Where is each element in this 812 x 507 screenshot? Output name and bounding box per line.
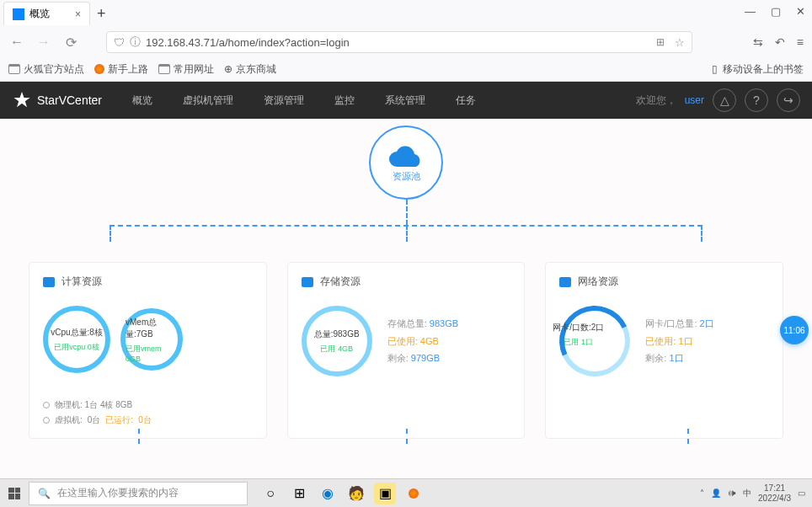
nav-menu: 概览 虚拟机管理 资源管理 监控 系统管理 任务 [132,93,476,108]
folder-icon [158,64,170,74]
resource-pool-node[interactable]: 资源池 [369,125,443,200]
network-stats: 网卡/口总量: 2口 已使用: 1口 剩余: 1口 [645,315,713,368]
card-title: 存储资源 [320,275,361,289]
network-donut: 网卡/口数:2口 已用 1口 [550,296,641,387]
tab-favicon [13,8,24,20]
network-icon [559,277,571,287]
storage-icon [302,277,313,287]
alert-icon[interactable]: △ [713,88,736,112]
nav-task[interactable]: 任务 [456,93,476,108]
new-tab-button[interactable]: + [97,5,106,23]
connector [701,225,702,242]
bookmark-item[interactable]: ⊕京东商城 [224,62,276,77]
header-right: 欢迎您， user △ ? ↪ [636,88,800,112]
bookmarks-bar: 火狐官方站点 新手上路 常用网址 ⊕京东商城 ▯移动设备上的书签 [0,57,812,81]
url-actions: ⊞ ☆ [656,36,685,49]
url-field[interactable]: 🛡 ⓘ ⊞ ☆ [106,31,692,53]
minimize-icon[interactable]: — [745,5,756,18]
ext-download-icon[interactable]: ⇆ [753,35,763,49]
bookmark-item[interactable]: 火狐官方站点 [8,62,84,77]
user-link[interactable]: user [685,94,704,106]
storage-donut: 总量:983GB 已用 4GB [302,306,372,376]
taskview-icon[interactable]: ⊞ [288,483,310,504]
taskbar-apps: ○ ⊞ ◉ 🧑 ▣ [259,483,425,504]
dot-icon [43,402,50,408]
bookmark-item[interactable]: 新手上路 [94,62,148,77]
help-icon[interactable]: ? [745,88,768,112]
browser-chrome: 概览 × + — ▢ ✕ ← → ⟳ 🛡 ⓘ ⊞ ☆ ⇆ ↶ ≡ 火狐官方站点 [0,0,812,82]
close-window-icon[interactable]: ✕ [796,5,805,18]
connector [406,200,408,225]
firefox-icon [94,64,104,74]
storage-card: 存储资源 总量:983GB 已用 4GB 存储总量: 983GB 已使用: 4G… [287,262,526,439]
connector [110,225,111,242]
start-button[interactable] [0,479,29,508]
app-logo[interactable]: StarVCenter [12,90,102,110]
connector [406,429,408,444]
brand-name: StarVCenter [37,93,102,107]
logout-icon[interactable]: ↪ [777,88,800,112]
nav-resource[interactable]: 资源管理 [264,93,304,108]
shield-icon: 🛡 [114,36,125,49]
tray-net-icon[interactable]: 🕪 [728,488,736,498]
bookmark-item[interactable]: 常用网址 [158,62,214,77]
cortana-icon[interactable]: ○ [259,483,281,504]
lock-icon: ⓘ [130,35,141,50]
system-tray: ˄ 👤 🕪 中 17:21 2022/4/3 ▭ [700,483,812,504]
bookmark-star-icon[interactable]: ☆ [675,36,685,49]
search-placeholder: 在这里输入你要搜索的内容 [57,486,179,500]
edge-icon[interactable]: ◉ [317,483,339,504]
forward-button[interactable]: → [35,35,52,50]
nav-overview[interactable]: 概览 [132,93,152,108]
vm-icon[interactable]: ▣ [374,483,396,504]
pool-label: 资源池 [393,170,420,183]
resource-cards: 计算资源 vCpu总量:8核 已用vcpu 0核 vMem总量:7GB 已用vm… [29,262,783,439]
nav-system[interactable]: 系统管理 [385,93,425,108]
storage-stats: 存储总量: 983GB 已使用: 4GB 剩余: 979GB [387,315,458,368]
tray-ime-icon[interactable]: 中 [743,488,751,499]
folder-icon [8,64,20,74]
cloud-icon [389,143,423,167]
bookmark-mobile[interactable]: ▯移动设备上的书签 [712,62,804,77]
app-icon[interactable]: 🧑 [345,483,367,504]
compute-icon [43,277,55,287]
mobile-icon: ▯ [712,63,718,75]
url-input[interactable] [146,36,656,49]
tray-people-icon[interactable]: 👤 [711,488,721,498]
notifications-icon[interactable]: ▭ [798,488,805,498]
time-badge[interactable]: 11:06 [780,316,809,344]
connector [138,429,140,444]
ext-history-icon[interactable]: ↶ [775,35,785,49]
memory-donut: vMem总量:7GB 已用vmem 0GB [120,308,183,371]
firefox-icon[interactable] [403,483,425,504]
browser-tab[interactable]: 概览 × [3,2,90,25]
card-title: 计算资源 [61,275,102,289]
nav-monitor[interactable]: 监控 [334,93,355,108]
reload-button[interactable]: ⟳ [62,35,79,51]
tab-close-icon[interactable]: × [75,8,81,20]
globe-icon: ⊕ [224,63,232,75]
connector [406,225,408,242]
cpu-donut: vCpu总量:8核 已用vcpu 0核 [43,306,110,373]
qr-icon[interactable]: ⊞ [656,36,665,49]
search-icon: 🔍 [38,488,51,499]
nav-vm[interactable]: 虚拟机管理 [183,93,233,108]
compute-card: 计算资源 vCpu总量:8核 已用vcpu 0核 vMem总量:7GB 已用vm… [29,262,267,439]
taskbar-search[interactable]: 🔍 在这里输入你要搜索的内容 [29,482,248,505]
welcome-text: 欢迎您， [636,93,676,108]
maximize-icon[interactable]: ▢ [771,5,781,18]
tab-bar: 概览 × + — ▢ ✕ [0,0,812,27]
menu-icon[interactable]: ≡ [797,35,804,49]
window-controls: — ▢ ✕ [745,5,805,18]
connector [687,429,689,444]
star-icon [12,90,32,110]
tray-up-icon[interactable]: ˄ [700,488,704,498]
tab-title: 概览 [29,7,50,21]
card-title: 网络资源 [578,275,618,289]
dot-icon [43,417,50,424]
toolbar-extensions: ⇆ ↶ ≡ [753,35,804,49]
back-button[interactable]: ← [8,35,25,50]
clock[interactable]: 17:21 2022/4/3 [758,483,791,504]
taskbar: 🔍 在这里输入你要搜索的内容 ○ ⊞ ◉ 🧑 ▣ ˄ 👤 🕪 中 17:21 2… [0,478,812,507]
dashboard-content: 资源池 计算资源 vCpu总量:8核 已用vcpu 0核 vMem总量:7GB … [0,119,812,506]
